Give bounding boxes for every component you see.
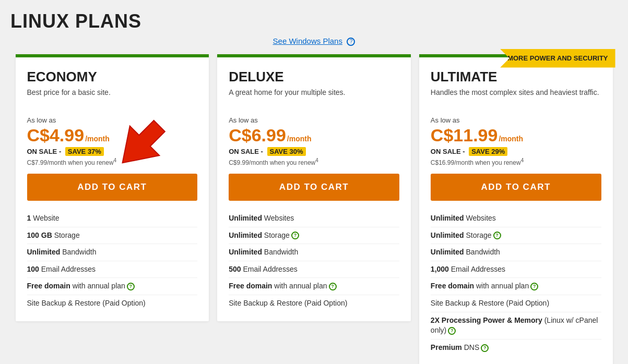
price-period: /month (287, 135, 312, 143)
plan-card-ultimate: MORE POWER AND SECURITY ULTIMATE Handles… (419, 54, 613, 364)
plans-container: ECONOMY Best price for a basic site. As … (11, 54, 617, 364)
price-row: C$6.99 /month (229, 125, 399, 145)
feature-bold: Unlimited (229, 231, 262, 239)
feature-help-icon[interactable]: ? (493, 232, 501, 239)
plan-name: ULTIMATE (431, 69, 601, 85)
features-list: Unlimited WebsitesUnlimited Storage?Unli… (431, 210, 601, 356)
feature-item: 500 Email Addresses (229, 261, 399, 278)
see-windows-link[interactable]: See Windows Plans (273, 37, 342, 45)
feature-bold: Unlimited (229, 214, 262, 222)
feature-bold: 2X Processing Power & Memory (431, 316, 542, 324)
feature-help-icon[interactable]: ? (127, 283, 135, 290)
feature-item: Unlimited Websites (431, 210, 601, 227)
feature-item: Unlimited Websites (229, 210, 399, 227)
plan-content: ULTIMATE Handles the most complex sites … (419, 57, 613, 364)
plan-badge-ultimate: MORE POWER AND SECURITY (500, 49, 615, 68)
feature-item: Unlimited Storage? (229, 227, 399, 245)
feature-bold: 100 (27, 265, 39, 273)
plan-content: DELUXE A great home for your multiple si… (217, 57, 411, 321)
feature-help-icon[interactable]: ? (530, 283, 538, 290)
feature-item: Unlimited Bandwidth (431, 244, 601, 261)
feature-bold: Premium (431, 343, 462, 351)
price-period: /month (499, 135, 523, 143)
feature-bold: Free domain (229, 282, 272, 290)
feature-item: Site Backup & Restore (Paid Option) (27, 295, 198, 312)
sale-row: ON SALE - SAVE 37% (27, 148, 198, 155)
feature-item: 100 Email Addresses (27, 261, 198, 278)
plan-desc: Handles the most complex sites and heavi… (431, 88, 601, 108)
renew-price: C$7.99/month when you renew4 (27, 157, 198, 166)
renew-price: C$16.99/month when you renew4 (431, 157, 601, 166)
feature-bold: Unlimited (431, 214, 464, 222)
price-main: C$11.99 (431, 125, 498, 145)
renew-price: C$9.99/month when you renew4 (229, 157, 399, 166)
feature-item: Site Backup & Restore (Paid Option) (431, 295, 601, 312)
plan-content: ECONOMY Best price for a basic site. As … (16, 57, 209, 321)
plan-card-deluxe: DELUXE A great home for your multiple si… (217, 54, 411, 321)
feature-item: Site Backup & Restore (Paid Option) (229, 295, 399, 312)
feature-bold: Unlimited (27, 248, 61, 256)
features-list: Unlimited WebsitesUnlimited Storage?Unli… (229, 210, 399, 312)
price-row: C$4.99 /month (27, 125, 198, 145)
feature-item: Free domain with annual plan? (27, 278, 198, 295)
add-to-cart-button[interactable]: ADD TO CART (229, 174, 399, 201)
plan-name: ECONOMY (27, 69, 198, 85)
feature-help-icon[interactable]: ? (291, 232, 299, 239)
feature-bold: Unlimited (229, 248, 262, 256)
feature-bold: 100 GB (27, 231, 52, 239)
add-to-cart-button[interactable]: ADD TO CART (27, 174, 198, 201)
sale-row: ON SALE - SAVE 29% (431, 148, 601, 155)
feature-help-icon[interactable]: ? (448, 327, 456, 335)
feature-help-icon[interactable]: ? (481, 344, 489, 352)
feature-bold: Unlimited (431, 231, 464, 239)
feature-item: Free domain with annual plan? (431, 278, 601, 295)
feature-bold: Unlimited (431, 248, 464, 256)
as-low-as-label: As low as (27, 116, 198, 124)
plan-card-economy: ECONOMY Best price for a basic site. As … (16, 54, 209, 321)
feature-help-icon[interactable]: ? (329, 283, 337, 290)
plan-name: DELUXE (229, 69, 399, 85)
feature-item: 2X Processing Power & Memory (Linux w/ c… (431, 312, 601, 339)
feature-bold: 1 (27, 214, 31, 222)
as-low-as-label: As low as (431, 116, 601, 124)
feature-item: Unlimited Bandwidth (229, 244, 399, 261)
feature-item: 100 GB Storage (27, 227, 198, 245)
feature-item: Unlimited Bandwidth (27, 244, 198, 261)
feature-item: Unlimited Storage? (431, 227, 601, 245)
features-list: 1 Website100 GB StorageUnlimited Bandwid… (27, 210, 198, 312)
save-badge: SAVE 29% (469, 147, 507, 156)
save-badge: SAVE 37% (65, 147, 104, 156)
feature-bold: Free domain (27, 282, 70, 290)
price-period: /month (85, 135, 110, 143)
as-low-as-label: As low as (229, 116, 399, 124)
feature-item: Premium DNS? (431, 339, 601, 356)
price-main: C$4.99 (27, 125, 85, 145)
see-windows-help-icon[interactable]: ? (347, 38, 355, 46)
save-badge: SAVE 30% (267, 147, 306, 156)
feature-bold: Free domain (431, 282, 474, 290)
feature-bold: 500 (229, 265, 241, 273)
add-to-cart-button[interactable]: ADD TO CART (431, 174, 601, 201)
feature-item: 1 Website (27, 210, 198, 227)
price-row: C$11.99 /month (431, 125, 601, 145)
feature-bold: 1,000 (431, 265, 449, 273)
page-header: LINUX PLANS See Windows Plans ? (10, 10, 618, 46)
sale-row: ON SALE - SAVE 30% (229, 148, 399, 155)
feature-item: Free domain with annual plan? (229, 278, 399, 295)
plan-desc: Best price for a basic site. (27, 88, 198, 108)
plan-desc: A great home for your multiple sites. (229, 88, 399, 108)
price-main: C$6.99 (229, 125, 286, 145)
feature-item: 1,000 Email Addresses (431, 261, 601, 278)
page-title: LINUX PLANS (10, 10, 618, 32)
